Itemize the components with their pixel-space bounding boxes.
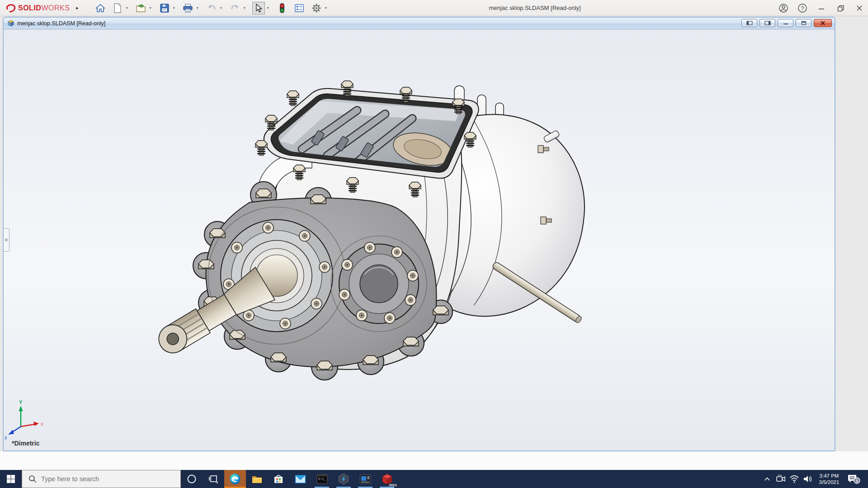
- pane-left-icon: [746, 21, 753, 25]
- open-dropdown[interactable]: ▾: [147, 2, 154, 14]
- desktop: SOLIDWORKS ▸ ▾: [0, 0, 868, 488]
- doc-close-icon: [820, 21, 826, 25]
- home-icon: [95, 3, 105, 13]
- taskbar: C:\_: [0, 470, 868, 488]
- taskbar-item-mail[interactable]: [289, 470, 311, 488]
- command-prompt-icon: C:\_: [316, 474, 328, 484]
- solidworks-logo: SOLIDWORKS: [5, 3, 70, 14]
- taskbar-search-box[interactable]: [22, 470, 181, 488]
- taskbar-item-media-app[interactable]: [354, 470, 376, 488]
- home-button[interactable]: [94, 2, 107, 14]
- brand-solid: SOLID: [18, 4, 41, 12]
- reference-triad: Y x z: [5, 399, 44, 440]
- view-orientation-label: *Dimetric: [12, 440, 39, 447]
- minimize-button[interactable]: [816, 3, 826, 13]
- restore-button[interactable]: [835, 3, 845, 13]
- interference-check-button[interactable]: [276, 2, 288, 14]
- minimize-icon: [818, 5, 825, 11]
- search-icon: [28, 475, 37, 483]
- doc-minimize-icon: [783, 21, 788, 25]
- tray-chevron-button[interactable]: [760, 470, 774, 488]
- pane-right-button[interactable]: [760, 19, 775, 27]
- options-dropdown[interactable]: ▾: [323, 2, 329, 14]
- help-button[interactable]: ?: [797, 3, 807, 13]
- print-icon: [183, 3, 193, 13]
- redo-button[interactable]: [229, 2, 241, 14]
- microsoft-store-icon: [273, 474, 284, 484]
- doc-restore-icon: [801, 21, 807, 25]
- gearbox-assembly-model[interactable]: Y x z: [4, 29, 835, 450]
- account-icon: [778, 3, 788, 13]
- select-tool-dropdown[interactable]: ▾: [265, 2, 271, 14]
- doc-close-button[interactable]: [814, 19, 832, 27]
- taskbar-item-command-prompt[interactable]: C:\_: [311, 470, 333, 488]
- quick-access-toolbar: ▾ ▾ ▾: [94, 2, 329, 14]
- undo-dropdown[interactable]: ▾: [218, 2, 224, 14]
- search-input[interactable]: [41, 475, 168, 483]
- taskbar-item-task-view[interactable]: [203, 470, 224, 488]
- taskbar-item-solidworks[interactable]: 2021: [376, 470, 398, 488]
- featuremanager-collapsed-tab[interactable]: [4, 228, 9, 252]
- clock-date: 3/5/2021: [815, 479, 844, 485]
- select-arrow-icon: [255, 4, 263, 13]
- taskbar-item-cortana[interactable]: [181, 470, 203, 488]
- taskbar-clock[interactable]: 3:47 PM 3/5/2021: [815, 473, 844, 485]
- taskbar-item-store[interactable]: [268, 470, 289, 488]
- account-button[interactable]: [778, 3, 788, 13]
- action-center-button[interactable]: 1: [844, 470, 863, 488]
- pane-left-button[interactable]: [741, 19, 757, 27]
- app-title-bar: SOLIDWORKS ▸ ▾: [0, 0, 868, 16]
- hexagon-app-icon: [338, 473, 349, 485]
- save-dropdown[interactable]: ▾: [171, 2, 177, 14]
- window-title: menjac sklop.SLDASM [Read-only]: [466, 5, 604, 11]
- taskbar-item-hex-app[interactable]: [333, 470, 354, 488]
- action-center-icon: 1: [847, 474, 860, 484]
- help-icon: ?: [797, 3, 807, 13]
- tray-volume[interactable]: [801, 470, 815, 488]
- task-view-icon: [208, 474, 218, 484]
- triad-y-label: Y: [19, 399, 23, 405]
- display-properties-button[interactable]: [293, 2, 306, 14]
- start-button[interactable]: [0, 470, 22, 488]
- properties-list-icon: [294, 4, 304, 13]
- new-document-button[interactable]: [111, 2, 124, 14]
- tray-meet-now[interactable]: [774, 470, 788, 488]
- mail-icon: [295, 474, 306, 484]
- print-dropdown[interactable]: ▾: [194, 2, 201, 14]
- redo-icon: [230, 4, 240, 13]
- featuremanager-tab-handle: [5, 239, 8, 241]
- triad-z-label: z: [5, 435, 7, 440]
- close-button[interactable]: [854, 3, 864, 13]
- document-title-bar[interactable]: menjac sklop.SLDASM [Read-only]: [4, 18, 835, 29]
- brand-works: WORKS: [41, 4, 70, 12]
- system-tray: 3:47 PM 3/5/2021 1: [760, 470, 868, 488]
- restore-icon: [837, 5, 844, 12]
- pane-right-icon: [764, 21, 771, 25]
- app-client-bottom-strip: [0, 451, 868, 470]
- svg-text:?: ?: [801, 5, 804, 12]
- redo-dropdown[interactable]: ▾: [241, 2, 248, 14]
- graphics-viewport[interactable]: Y x z *Dimetric: [4, 29, 835, 450]
- document-title: menjac sklop.SLDASM [Read-only]: [17, 20, 105, 27]
- close-icon: [856, 5, 863, 11]
- clock-time: 3:47 PM: [815, 473, 844, 479]
- print-button[interactable]: [182, 2, 194, 14]
- doc-minimize-button[interactable]: [778, 19, 793, 27]
- meet-now-icon: [776, 475, 786, 483]
- doc-restore-button[interactable]: [796, 19, 811, 27]
- windows-start-icon: [6, 474, 15, 483]
- assembly-document-icon: [7, 20, 14, 27]
- taskbar-item-edge[interactable]: [224, 470, 246, 488]
- options-button[interactable]: [310, 2, 323, 14]
- select-tool-button[interactable]: [252, 2, 265, 14]
- tray-network[interactable]: [788, 470, 801, 488]
- traffic-light-icon: [279, 3, 285, 14]
- save-button[interactable]: [158, 2, 171, 14]
- solidworks-logo-icon: [5, 3, 16, 14]
- taskbar-item-file-explorer[interactable]: [246, 470, 268, 488]
- menu-flyout-arrow[interactable]: ▸: [76, 5, 79, 11]
- cortana-icon: [187, 474, 197, 484]
- open-button[interactable]: [135, 2, 147, 14]
- undo-button[interactable]: [205, 2, 218, 14]
- new-document-dropdown[interactable]: ▾: [124, 2, 130, 14]
